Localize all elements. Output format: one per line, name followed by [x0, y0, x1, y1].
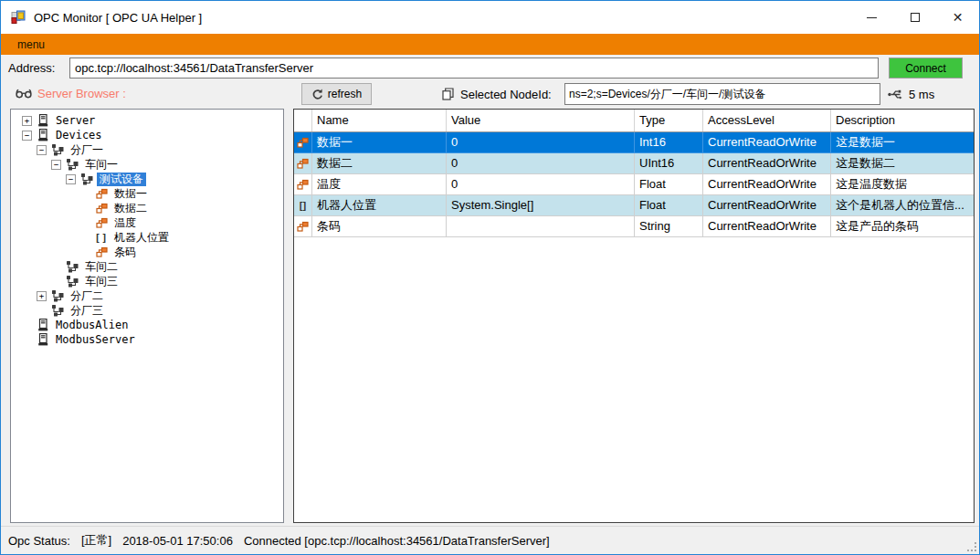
- table-row[interactable]: 数据一0Int16CurrentReadOrWrite这是数据一: [294, 132, 974, 153]
- cell-value[interactable]: System.Single[]: [447, 195, 635, 216]
- tree-item-label[interactable]: ModbusAlien: [53, 319, 131, 332]
- cell-type[interactable]: String: [635, 216, 703, 237]
- tree-item-label[interactable]: 测试设备: [97, 173, 146, 186]
- tree-item[interactable]: 车间二: [11, 259, 283, 274]
- cell-desc[interactable]: 这个是机器人的位置信...: [831, 195, 974, 216]
- grid-header-icon-cell: [294, 110, 312, 131]
- tree-item[interactable]: 条码: [11, 245, 283, 259]
- cell-name[interactable]: 机器人位置: [312, 195, 447, 216]
- cell-name[interactable]: 温度: [312, 174, 447, 195]
- ping-value: 5 ms: [909, 88, 934, 101]
- close-button[interactable]: ✕: [936, 1, 979, 34]
- menu-item-menu[interactable]: menu: [10, 38, 52, 51]
- tree-item-label[interactable]: 数据二: [111, 202, 150, 215]
- tree-item[interactable]: 温度: [11, 215, 283, 230]
- cell-access[interactable]: CurrentReadOrWrite: [703, 216, 831, 237]
- server-browser-tree[interactable]: +Server−Devices−分厂一−车间一−测试设备数据一数据二温度[]机器…: [10, 109, 284, 523]
- connect-button[interactable]: Connect: [889, 58, 963, 79]
- app-window: OPC Monitor [ OPC UA Helper ] ✕ menu Add…: [0, 0, 980, 555]
- cell-name[interactable]: 数据二: [312, 153, 447, 174]
- tree-item[interactable]: ModbusServer: [11, 332, 283, 347]
- table-row[interactable]: []机器人位置System.Single[]FloatCurrentReadOr…: [294, 195, 974, 216]
- tree-item-label[interactable]: Server: [53, 114, 98, 128]
- table-row[interactable]: 数据二0UInt16CurrentReadOrWrite这是数据二: [294, 153, 974, 174]
- cell-value[interactable]: 0: [447, 153, 635, 174]
- close-icon: ✕: [953, 11, 964, 24]
- cell-desc[interactable]: 这是数据一: [831, 132, 974, 153]
- tree-item-label[interactable]: ModbusServer: [53, 333, 138, 347]
- table-row[interactable]: 条码StringCurrentReadOrWrite这是产品的条码: [294, 216, 974, 237]
- tree-item-label[interactable]: 车间三: [82, 275, 121, 288]
- cell-desc[interactable]: 这是产品的条码: [831, 216, 974, 237]
- app-icon: [11, 10, 26, 25]
- refresh-button[interactable]: refresh: [301, 83, 372, 105]
- collapse-icon[interactable]: −: [51, 160, 61, 170]
- server-browser-label: Server Browser :: [37, 87, 126, 100]
- collapse-icon[interactable]: −: [66, 174, 76, 184]
- tree-item[interactable]: +分厂二: [11, 288, 283, 303]
- cell-value[interactable]: 0: [447, 174, 635, 195]
- sitemap-icon: [65, 260, 79, 273]
- cell-access[interactable]: CurrentReadOrWrite: [703, 132, 831, 153]
- tree-item[interactable]: 数据二: [11, 201, 283, 215]
- collapse-icon[interactable]: −: [22, 131, 32, 141]
- status-bar: Opc Status: [正常] 2018-05-01 17:50:06 Con…: [1, 526, 979, 554]
- cell-type[interactable]: Float: [635, 195, 703, 216]
- cell-access[interactable]: CurrentReadOrWrite: [703, 153, 831, 174]
- table-row[interactable]: 温度0FloatCurrentReadOrWrite这是温度数据: [294, 174, 974, 195]
- tree-item-label[interactable]: 分厂三: [68, 304, 106, 318]
- address-input[interactable]: [69, 58, 879, 79]
- grid-header-value[interactable]: Value: [447, 110, 635, 131]
- cell-value[interactable]: [447, 216, 635, 237]
- cell-access[interactable]: CurrentReadOrWrite: [703, 195, 831, 216]
- sitemap-icon: [50, 289, 65, 302]
- tree-item[interactable]: ModbusAlien: [11, 318, 283, 332]
- tree-item[interactable]: +Server: [11, 113, 283, 128]
- tree-item-label[interactable]: Devices: [53, 129, 105, 142]
- minimize-button[interactable]: [850, 1, 893, 34]
- tree-item-label[interactable]: 条码: [111, 246, 139, 259]
- tree-item-label[interactable]: 温度: [111, 216, 139, 230]
- grid-header-type[interactable]: Type: [635, 110, 703, 131]
- cell-desc[interactable]: 这是温度数据: [831, 174, 974, 195]
- resize-grip[interactable]: [967, 542, 976, 551]
- cell-desc[interactable]: 这是数据二: [831, 153, 974, 174]
- tree-item[interactable]: 车间三: [11, 274, 283, 288]
- tag-icon: [94, 188, 109, 200]
- cell-name[interactable]: 条码: [312, 216, 447, 237]
- server-icon: [36, 114, 50, 127]
- cell-value[interactable]: 0: [447, 132, 635, 153]
- grid-header-name[interactable]: Name: [312, 110, 447, 131]
- tree-item[interactable]: −Devices: [11, 128, 283, 142]
- tag-icon: [294, 174, 312, 195]
- tree-item[interactable]: −分厂一: [11, 142, 283, 157]
- maximize-button[interactable]: [893, 1, 936, 34]
- selected-nodeid-input[interactable]: [564, 83, 880, 105]
- cell-type[interactable]: Int16: [635, 132, 703, 153]
- tree-item-label[interactable]: 车间一: [82, 158, 121, 172]
- grid-header-description[interactable]: Description: [831, 110, 974, 131]
- server-icon: [36, 129, 50, 141]
- array-icon: []: [94, 232, 109, 244]
- tree-item[interactable]: 分厂三: [11, 303, 283, 318]
- tag-icon: [94, 217, 109, 229]
- cell-type[interactable]: Float: [635, 174, 703, 195]
- cell-type[interactable]: UInt16: [635, 153, 703, 174]
- cell-name[interactable]: 数据一: [312, 132, 447, 153]
- expand-icon[interactable]: +: [37, 291, 47, 301]
- grid-header-accesslevel[interactable]: AccessLevel: [703, 110, 831, 131]
- cell-access[interactable]: CurrentReadOrWrite: [703, 174, 831, 195]
- tree-item[interactable]: []机器人位置: [11, 230, 283, 245]
- tree-item[interactable]: −车间一: [11, 157, 283, 172]
- title-bar: OPC Monitor [ OPC UA Helper ] ✕: [1, 1, 979, 34]
- collapse-icon[interactable]: −: [37, 145, 47, 155]
- tree-item-label[interactable]: 分厂一: [68, 143, 106, 157]
- grid-header: Name Value Type AccessLevel Description: [294, 110, 974, 132]
- tree-item-label[interactable]: 数据一: [111, 187, 150, 201]
- tree-item[interactable]: −测试设备: [11, 172, 283, 186]
- expand-icon[interactable]: +: [22, 116, 32, 126]
- tree-item-label[interactable]: 机器人位置: [111, 231, 172, 245]
- tree-item-label[interactable]: 分厂二: [68, 289, 106, 303]
- tree-item-label[interactable]: 车间二: [82, 260, 121, 274]
- tree-item[interactable]: 数据一: [11, 186, 283, 201]
